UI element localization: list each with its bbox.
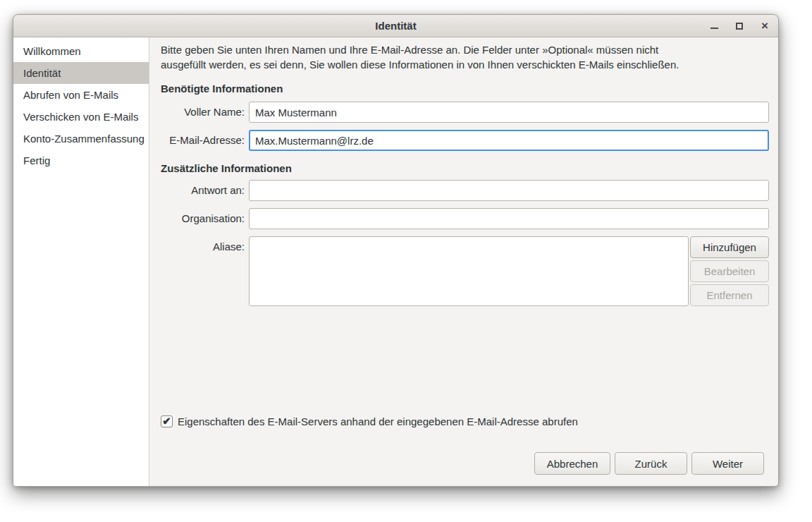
email-label: E-Mail-Adresse: <box>149 130 245 151</box>
full-name-input[interactable] <box>249 102 769 123</box>
aliases-listbox[interactable] <box>249 236 689 306</box>
intro-line-1: Bitte geben Sie unten Ihren Namen und Ih… <box>161 42 679 57</box>
add-alias-button[interactable]: Hinzufügen <box>690 236 769 258</box>
section-heading-required: Benötigte Informationen <box>161 83 283 95</box>
sidebar-item-identitaet[interactable]: Identität <box>13 62 149 84</box>
edit-alias-button[interactable]: Bearbeiten <box>690 260 769 282</box>
sidebar-item-verschicken[interactable]: Verschicken von E-Mails <box>13 106 149 128</box>
checkmark-icon: ✔ <box>162 415 171 426</box>
sidebar-item-willkommen[interactable]: Willkommen <box>13 40 149 62</box>
intro-text: Bitte geben Sie unten Ihren Namen und Ih… <box>161 42 679 72</box>
sidebar-item-zusammenfassung[interactable]: Konto-Zusammenfassung <box>13 128 149 150</box>
minimize-icon <box>710 28 718 29</box>
window-title: Identität <box>375 20 416 32</box>
autodetect-row: ✔ Eigenschaften des E-Mail-Servers anhan… <box>161 415 578 427</box>
wizard-window: Identität × Willkommen Identität Abrufen… <box>13 14 779 487</box>
close-button[interactable]: × <box>760 20 770 32</box>
organization-input[interactable] <box>249 208 769 229</box>
sidebar-item-abrufen[interactable]: Abrufen von E-Mails <box>13 84 149 106</box>
sidebar-item-fertig[interactable]: Fertig <box>13 150 149 171</box>
intro-line-2: ausgefüllt werden, es sei denn, Sie woll… <box>161 57 679 72</box>
footer-buttons: Abbrechen Zurück Weiter <box>534 452 764 475</box>
autodetect-checkbox[interactable]: ✔ <box>161 415 173 427</box>
remove-alias-button[interactable]: Entfernen <box>690 284 769 306</box>
titlebar[interactable]: Identität × <box>13 15 778 37</box>
aliases-label: Aliase: <box>149 236 245 257</box>
window-controls: × <box>709 15 770 37</box>
reply-to-input[interactable] <box>249 180 769 201</box>
next-button[interactable]: Weiter <box>691 452 764 475</box>
cancel-button[interactable]: Abbrechen <box>534 452 610 475</box>
wizard-steps-sidebar: Willkommen Identität Abrufen von E-Mails… <box>13 37 149 487</box>
identity-page: Bitte geben Sie unten Ihren Namen und Ih… <box>149 37 778 487</box>
maximize-icon <box>736 23 743 30</box>
back-button[interactable]: Zurück <box>615 452 687 475</box>
email-input[interactable] <box>249 130 769 151</box>
close-icon: × <box>761 21 768 31</box>
section-heading-optional: Zusätzliche Informationen <box>161 162 292 174</box>
autodetect-label: Eigenschaften des E-Mail-Servers anhand … <box>178 415 578 427</box>
maximize-button[interactable] <box>734 20 744 32</box>
minimize-button[interactable] <box>709 20 719 32</box>
organization-label: Organisation: <box>149 208 245 229</box>
full-name-label: Voller Name: <box>149 102 245 123</box>
reply-to-label: Antwort an: <box>149 180 245 201</box>
